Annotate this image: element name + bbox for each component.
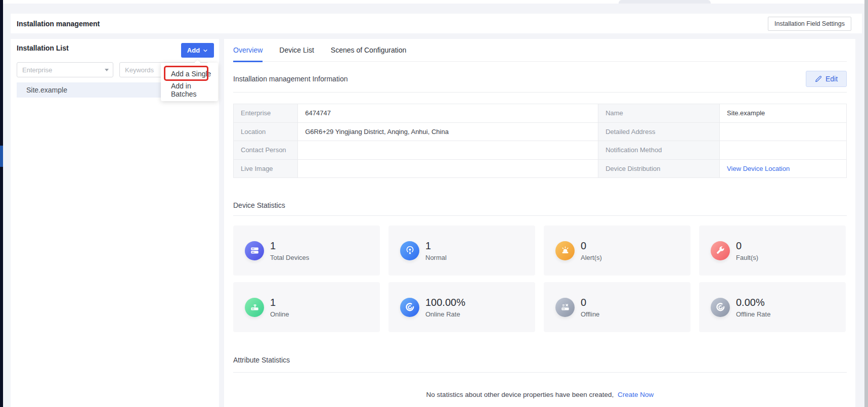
stat-card-offline-rate: 0.00%Offline Rate [699,282,846,332]
main-panel: Overview Device List Scenes of Configura… [224,39,855,407]
label-name: Name [598,104,720,123]
wrench-icon [711,241,730,260]
stat-card-faults: 0Fault(s) [699,225,846,276]
divider [233,372,847,373]
broadcast-icon [400,241,419,260]
siren-icon [555,241,575,260]
stat-value: 1 [270,240,309,252]
nav-active-indicator [0,146,3,167]
stat-value: 0 [581,296,599,308]
add-button[interactable]: Add [181,43,214,58]
value-location: G6R6+29 Yingjiang District, Anqing, Anhu… [298,122,598,141]
stat-card-online: 1Online [233,282,380,332]
stat-value: 100.00% [425,296,465,308]
divider [233,215,847,216]
create-now-link[interactable]: Create Now [618,391,654,398]
page-title: Installation management [17,20,100,28]
table-row: Contact Person Notification Method [234,141,847,160]
enterprise-select[interactable] [17,62,113,77]
menu-item-add-a-single[interactable]: Add a Single [161,66,218,82]
value-name: Site.example [720,104,847,123]
select-caret-icon [105,69,109,71]
router-offline-icon [555,298,575,317]
value-enterprise: 6474747 [298,104,598,123]
stat-label: Fault(s) [736,254,758,261]
top-strip [3,0,868,4]
top-tab-shape [619,0,711,4]
label-detailed-address: Detailed Address [598,122,720,141]
device-statistics-title: Device Statistics [233,201,847,209]
edit-button[interactable]: Edit [806,71,847,87]
installation-list-title: Installation List [17,44,69,52]
server-icon [245,241,264,260]
stat-card-normal: 1Normal [388,225,535,276]
attribute-statistics-empty-message: No statistics about other device propert… [233,391,847,398]
menu-item-add-in-batches[interactable]: Add in Batches [161,82,218,98]
tab-overview[interactable]: Overview [233,39,263,62]
view-device-location-link[interactable]: View Device Location [727,165,790,172]
empty-message-text: No statistics about other device propert… [426,391,614,398]
label-contact-person: Contact Person [234,141,298,160]
router-icon [245,298,264,317]
label-notification-method: Notification Method [598,141,720,160]
table-row: Enterprise 6474747 Name Site.example [234,104,847,123]
value-contact-person [298,141,598,160]
table-row: Location G6R6+29 Yingjiang District, Anq… [234,122,847,141]
installation-field-settings-button[interactable]: Installation Field Settings [768,17,851,31]
stat-card-offline: 0Offline [544,282,690,332]
stat-label: Online Rate [425,310,465,318]
installation-info-table: Enterprise 6474747 Name Site.example Loc… [233,104,847,178]
gauge-offline-icon [711,298,730,317]
table-row: Live Image Device Distribution View Devi… [234,159,847,178]
tab-scenes-of-configuration[interactable]: Scenes of Configuration [331,39,406,62]
stat-card-alerts: 0Alert(s) [544,225,690,276]
stat-label: Offline Rate [736,310,770,318]
label-enterprise: Enterprise [234,104,298,123]
stat-label: Alert(s) [581,254,602,261]
pencil-icon [815,75,822,82]
edit-button-label: Edit [826,75,838,83]
stat-label: Total Devices [270,254,309,261]
gauge-icon [400,298,419,317]
left-nav-rail[interactable] [0,0,3,407]
stat-card-online-rate: 100.00%Online Rate [388,282,535,332]
scrollbar-track[interactable] [864,0,868,407]
info-section-title: Installation management Information [233,75,348,83]
stat-label: Offline [581,310,599,318]
label-live-image: Live Image [234,159,298,178]
stat-value: 0 [736,240,758,252]
stat-value: 1 [270,296,289,308]
stat-card-total-devices: 1Total Devices [233,225,380,276]
value-live-image [298,159,598,178]
divider [233,92,847,93]
stat-label: Online [270,310,289,318]
label-location: Location [234,122,298,141]
add-button-label: Add [187,47,200,54]
tab-device-list[interactable]: Device List [279,39,314,62]
stat-value: 1 [425,240,447,252]
info-section-header: Installation management Information Edit [233,71,847,87]
add-dropdown-menu: Add a Single Add in Batches [161,63,218,101]
value-detailed-address [720,122,847,141]
attribute-statistics-title: Attribute Statistics [233,356,847,364]
active-tab-underline [233,61,263,62]
stat-label: Normal [425,254,447,261]
stat-value: 0 [581,240,602,252]
page-header: Installation management Installation Fie… [11,14,862,33]
stat-value: 0.00% [736,296,770,308]
device-statistics-cards: 1Total Devices 1Normal 0Alert(s) 0Fault(… [233,225,847,332]
value-notification-method [720,141,847,160]
tab-bar: Overview Device List Scenes of Configura… [233,39,847,62]
chevron-down-icon [203,48,208,53]
label-device-distribution: Device Distribution [598,159,720,178]
enterprise-select-input[interactable] [17,62,113,77]
scrollbar-thumb[interactable] [864,0,868,407]
